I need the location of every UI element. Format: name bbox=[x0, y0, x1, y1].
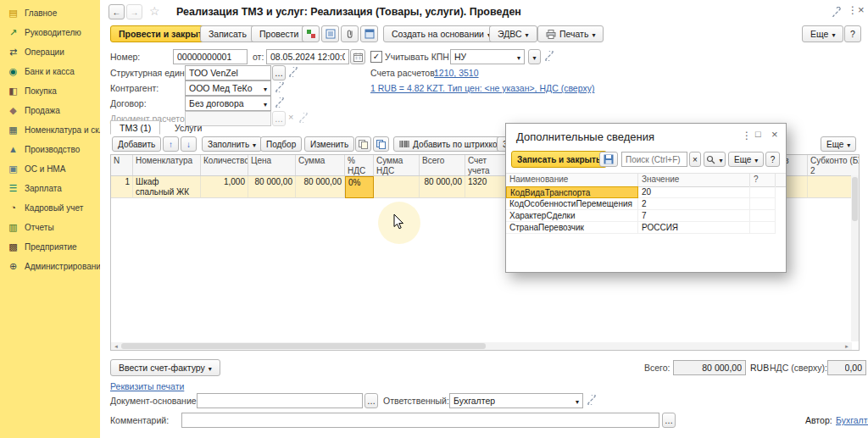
cell-total[interactable]: 80 000,00 bbox=[420, 176, 465, 198]
structural-unit-field[interactable]: ТОО VenZel bbox=[185, 65, 271, 80]
dialog-cell-flag[interactable] bbox=[750, 210, 776, 222]
cell-vat-amount[interactable] bbox=[374, 176, 420, 198]
sidebar-item-salary[interactable]: ☰Зарплата bbox=[0, 179, 100, 198]
print-details-link[interactable]: Реквизиты печати bbox=[110, 381, 184, 391]
sidebar-item-sales[interactable]: ◆Продажа bbox=[0, 101, 100, 120]
sidebar-item-inventory[interactable]: ▦Номенклатура и склад bbox=[0, 120, 100, 140]
paste-rows-icon-button[interactable] bbox=[373, 136, 389, 152]
sidebar-item-operations[interactable]: ⇄Операции bbox=[0, 42, 100, 62]
dialog-maximize-icon[interactable]: □ bbox=[755, 130, 761, 139]
counterparty-open-link-icon[interactable] bbox=[275, 82, 285, 92]
dialog-column-name[interactable]: Наименование bbox=[506, 174, 638, 186]
journal-icon-button[interactable] bbox=[321, 25, 339, 42]
structural-unit-select-button[interactable]: … bbox=[272, 65, 286, 80]
dialog-row[interactable]: ХарактерСделки 7 bbox=[506, 210, 786, 222]
tab-services[interactable]: Услуги bbox=[166, 120, 210, 135]
back-button[interactable]: ← bbox=[108, 4, 125, 19]
dialog-search-input[interactable] bbox=[621, 152, 687, 167]
comment-expand-button[interactable]: … bbox=[662, 413, 676, 428]
forward-button[interactable]: → bbox=[126, 4, 142, 19]
dialog-cell-value[interactable]: 2 bbox=[638, 198, 750, 210]
cell-account[interactable]: 1320 bbox=[465, 176, 506, 198]
dialog-close-icon[interactable]: × bbox=[771, 129, 778, 140]
comment-input[interactable] bbox=[181, 413, 659, 428]
dialog-cell-name[interactable]: СтранаПеревозчик bbox=[506, 222, 638, 234]
help-button[interactable]: ? bbox=[844, 25, 861, 42]
dialog-row[interactable]: КодВидаТранспорта 20 bbox=[506, 186, 786, 198]
vertical-scrollbar-thumb[interactable] bbox=[852, 177, 858, 221]
base-document-input[interactable] bbox=[197, 393, 363, 408]
consider-kpn-checkbox[interactable]: ✓ bbox=[370, 51, 382, 63]
dialog-search-clear-button[interactable]: × bbox=[689, 152, 701, 167]
scroll-left-icon[interactable]: ◄ bbox=[111, 342, 121, 350]
sidebar-item-main[interactable]: ▤Главное bbox=[0, 3, 100, 23]
cell-nomenclature[interactable]: Шкаф спальный ЖК АС 29 bbox=[133, 176, 201, 198]
scroll-right-icon[interactable]: ► bbox=[842, 342, 852, 350]
vertical-scrollbar[interactable] bbox=[851, 175, 859, 341]
grid-more-button[interactable]: Еще bbox=[821, 136, 856, 152]
column-header-total[interactable]: Всего bbox=[420, 155, 465, 175]
base-document-select-button[interactable]: … bbox=[364, 393, 378, 408]
dialog-cell-flag[interactable] bbox=[750, 222, 776, 234]
calendar-icon-button[interactable] bbox=[350, 49, 365, 64]
related-documents-icon-button[interactable] bbox=[360, 25, 378, 42]
horizontal-scrollbar[interactable]: ◄ ► bbox=[111, 342, 852, 350]
cell-vat-rate-active[interactable]: 0% bbox=[345, 176, 374, 198]
close-icon[interactable]: × bbox=[858, 4, 865, 15]
sidebar-item-fixed-assets[interactable]: ▣ОС и НМА bbox=[0, 159, 100, 179]
column-header-n[interactable]: N bbox=[111, 155, 133, 175]
sidebar-item-production[interactable]: ▲Производство bbox=[0, 140, 100, 159]
tab-tmz[interactable]: ТМЗ (1) bbox=[110, 120, 160, 135]
copy-rows-icon-button[interactable] bbox=[355, 136, 371, 152]
column-header-vat-rate[interactable]: % НДС bbox=[345, 155, 374, 175]
create-based-on-button[interactable]: Создать на основании bbox=[383, 25, 499, 42]
column-header-vat-amount[interactable]: Сумма НДС bbox=[374, 155, 420, 175]
enter-invoice-button[interactable]: Ввести счет-фактуру bbox=[110, 359, 220, 376]
dialog-column-flag[interactable]: ? bbox=[750, 174, 776, 186]
more-button[interactable]: Еще bbox=[802, 25, 843, 42]
number-field[interactable]: 00000000001 bbox=[173, 49, 248, 64]
settlement-doc-clear-icon[interactable]: × bbox=[288, 113, 293, 122]
favorite-star-icon[interactable]: ☆ bbox=[149, 5, 160, 17]
sidebar-item-enterprise[interactable]: ▩Предприятие bbox=[0, 237, 100, 257]
responsible-combobox[interactable]: Бухгалтер bbox=[449, 393, 583, 408]
column-header-amount[interactable]: Сумма bbox=[296, 155, 345, 175]
sidebar-item-reports[interactable]: ▥Отчеты bbox=[0, 218, 100, 237]
responsible-open-link-icon[interactable] bbox=[587, 395, 597, 405]
settlement-doc-open-link-icon[interactable] bbox=[298, 113, 309, 123]
write-button[interactable]: Записать bbox=[200, 25, 255, 42]
dialog-search-icon-button[interactable] bbox=[704, 152, 726, 167]
contract-open-link-icon[interactable] bbox=[275, 97, 285, 108]
dialog-cell-value[interactable]: 20 bbox=[638, 186, 750, 198]
cell-n[interactable]: 1 bbox=[111, 176, 133, 198]
column-header-account[interactable]: Счет учета (БУ) bbox=[465, 155, 506, 175]
column-header-price[interactable]: Цена bbox=[248, 155, 296, 175]
dialog-help-button[interactable]: ? bbox=[765, 152, 780, 167]
grid-pick-button[interactable]: Подбор bbox=[260, 136, 302, 152]
currency-rate-link[interactable]: 1 RUB = 4.82 KZT. Тип цен: <не указан>, … bbox=[370, 83, 594, 93]
sidebar-item-administration[interactable]: ⊕Администрирование bbox=[0, 257, 100, 276]
sidebar-item-bank-cash[interactable]: ◉Банк и касса bbox=[0, 62, 100, 81]
dialog-cell-flag[interactable] bbox=[750, 198, 776, 210]
dialog-save-close-button[interactable]: Записать и закрыть bbox=[511, 151, 607, 168]
kpn-mode-combobox[interactable]: НУ bbox=[450, 49, 525, 64]
sidebar-item-manager[interactable]: ↗Руководителю bbox=[0, 23, 100, 42]
kpn-open-link-icon[interactable] bbox=[544, 51, 554, 61]
contract-combobox[interactable]: Без договора bbox=[185, 96, 271, 111]
settlement-doc-select-button[interactable]: … bbox=[272, 111, 286, 126]
dialog-save-icon-button[interactable] bbox=[599, 152, 618, 167]
structural-unit-open-link-icon[interactable] bbox=[288, 67, 298, 77]
cell-quantity[interactable]: 1,000 bbox=[201, 176, 248, 198]
dialog-cell-value[interactable]: РОССИЯ bbox=[638, 222, 750, 234]
grid-fill-button[interactable]: Заполнить bbox=[202, 136, 262, 152]
grid-add-button[interactable]: Добавить bbox=[112, 136, 161, 152]
move-row-down-button[interactable]: ↓ bbox=[181, 136, 197, 152]
column-header-quantity[interactable]: Количество bbox=[201, 155, 248, 175]
dialog-cell-flag[interactable] bbox=[750, 186, 776, 198]
edi-button[interactable]: ЭДВС bbox=[489, 25, 537, 42]
counterparty-combobox[interactable]: ООО Мед ТеКо bbox=[185, 80, 271, 96]
dialog-cell-value[interactable]: 7 bbox=[638, 210, 750, 222]
author-link[interactable]: Бухгалтер bbox=[836, 415, 868, 425]
cell-amount[interactable]: 80 000,00 bbox=[296, 176, 345, 198]
print-button[interactable]: Печать bbox=[537, 25, 604, 42]
